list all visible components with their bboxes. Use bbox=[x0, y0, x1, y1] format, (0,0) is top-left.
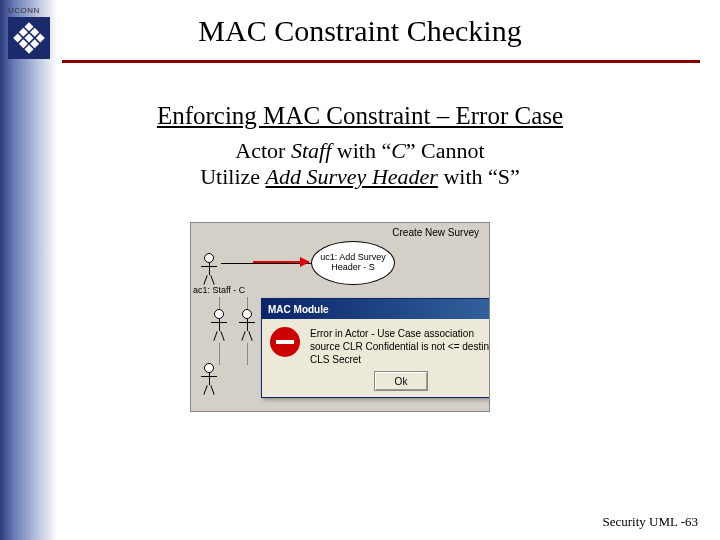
dialog-titlebar: MAC Module × bbox=[262, 299, 490, 319]
dialog-footer: Ok bbox=[262, 371, 490, 391]
text: with “ bbox=[331, 138, 391, 163]
text: ” Cannot bbox=[406, 138, 485, 163]
dialog-title-text: MAC Module bbox=[268, 304, 329, 315]
usecase-label: uc1: Add Survey Header - S bbox=[312, 253, 394, 273]
text: Utilize bbox=[200, 164, 265, 189]
actor-label: ac1: Staff - C bbox=[193, 285, 245, 295]
usecase-name-italic: Add Survey Header bbox=[266, 164, 438, 189]
usecase-oval: uc1: Add Survey Header - S bbox=[311, 241, 395, 285]
diagram-title-label: Create New Survey bbox=[392, 227, 479, 238]
actor-icon bbox=[207, 309, 231, 339]
subtitle-main: Enforcing MAC Constraint – Error Case bbox=[0, 102, 720, 130]
subtitle-line-2: Utilize Add Survey Header with “S” bbox=[0, 164, 720, 190]
association-line bbox=[221, 263, 311, 264]
error-arrow-icon bbox=[253, 261, 309, 263]
dialog-message-line: Error in Actor - Use Case association bbox=[310, 327, 490, 340]
slide-title: MAC Constraint Checking bbox=[0, 14, 720, 48]
text: Actor bbox=[235, 138, 291, 163]
title-rule bbox=[62, 60, 700, 63]
diagram-canvas: Create New Survey uc1: Add Survey Header… bbox=[191, 223, 489, 411]
error-icon bbox=[270, 327, 300, 357]
subtitle-line-1: Actor Staff with “C” Cannot bbox=[0, 138, 720, 164]
connector-line bbox=[247, 343, 248, 365]
ok-button[interactable]: Ok bbox=[374, 371, 428, 391]
level-c-italic: C bbox=[391, 138, 406, 163]
actor-icon bbox=[197, 363, 221, 393]
actor-icon bbox=[197, 253, 221, 283]
dialog-message-line: source CLR Confidential is not <= destin… bbox=[310, 340, 490, 366]
connector-line bbox=[219, 343, 220, 365]
actor-name-italic: Staff bbox=[291, 138, 331, 163]
error-dialog: MAC Module × Error in Actor - Use Case a… bbox=[261, 298, 490, 398]
text: with “S” bbox=[438, 164, 520, 189]
actor-icon bbox=[235, 309, 259, 339]
dialog-body: Error in Actor - Use Case association so… bbox=[262, 319, 490, 374]
slide-footer: Security UML -63 bbox=[602, 514, 698, 530]
embedded-screenshot: Create New Survey uc1: Add Survey Header… bbox=[190, 222, 490, 412]
dialog-message: Error in Actor - Use Case association so… bbox=[310, 327, 490, 366]
